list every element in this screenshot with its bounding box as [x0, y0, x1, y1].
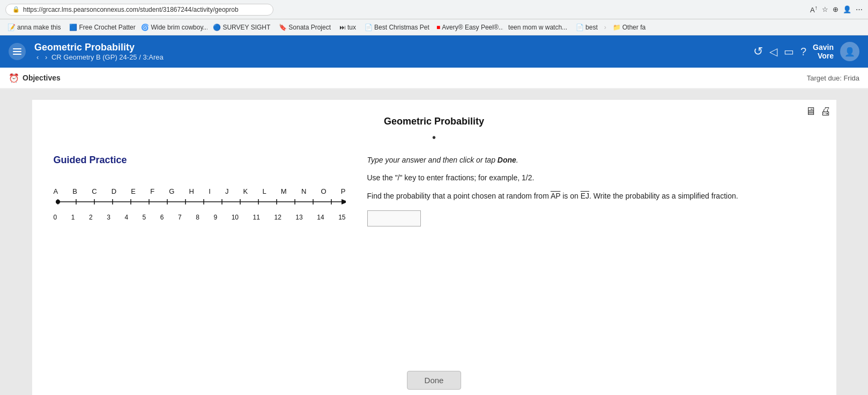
- bookmark-icon: 🟦: [69, 24, 77, 31]
- find-probability-text: Find the probability that a point chosen…: [367, 190, 815, 202]
- bookmark-label: tux: [347, 24, 356, 31]
- browser-bar: 🔒 https://grcacr.lms.pearsonconnexus.com…: [0, 0, 868, 19]
- bookmark-anna-make-this[interactable]: 📝 anna make this: [4, 23, 64, 32]
- browser-icon-more[interactable]: ⋯: [856, 5, 863, 13]
- bookmark-wide-brim[interactable]: 🌀 Wide brim cowboy...: [138, 23, 207, 32]
- num-2: 2: [89, 214, 93, 221]
- browser-icon-star[interactable]: ☆: [822, 5, 828, 13]
- label-C: C: [92, 187, 97, 195]
- bookmark-label: Free Crochet Patter...: [79, 24, 136, 31]
- notes-icon[interactable]: ▭: [784, 45, 794, 58]
- help-icon[interactable]: ?: [800, 46, 806, 58]
- two-col-layout: Guided Practice A B C D E F G H I J: [54, 155, 815, 248]
- label-H: H: [189, 187, 194, 195]
- bookmark-icon: ■: [436, 24, 440, 31]
- header-subtitle: ‹ › CR Geometry B (GP) 24-25 / 3:Area: [34, 53, 745, 61]
- bookmark-icon: 📄: [576, 24, 584, 31]
- bookmark-other[interactable]: 📁 Other fa: [610, 23, 649, 32]
- app-nav-icon: [9, 43, 26, 60]
- number-line-svg: [54, 196, 346, 213]
- answer-input[interactable]: [367, 210, 421, 226]
- label-J: J: [225, 187, 229, 195]
- svg-rect-2: [13, 54, 21, 55]
- label-I: I: [209, 187, 211, 195]
- main-content: 🖥 🖨 Geometric Probability • Guided Pract…: [0, 89, 868, 395]
- right-column: Type your answer and then click or tap D…: [367, 155, 815, 248]
- app-header: Geometric Probability ‹ › CR Geometry B …: [0, 35, 868, 68]
- label-K: K: [243, 187, 248, 195]
- user-avatar[interactable]: 👤: [840, 42, 859, 61]
- label-M: M: [281, 187, 287, 195]
- main-title: Geometric Probability: [34, 42, 745, 53]
- objectives-label: Objectives: [23, 74, 61, 82]
- bookmark-label: Wide brim cowboy...: [151, 24, 207, 31]
- num-4: 4: [124, 214, 128, 221]
- label-A: A: [54, 187, 58, 195]
- url-bar[interactable]: 🔒 https://grcacr.lms.pearsonconnexus.com…: [5, 4, 273, 16]
- content-icons: 🖥 🖨: [805, 105, 831, 118]
- forward-arrow[interactable]: ›: [45, 53, 47, 61]
- objectives-button[interactable]: ⏰ Objectives: [9, 73, 61, 83]
- bookmark-free-crochet[interactable]: 🟦 Free Crochet Patter...: [66, 23, 136, 32]
- label-N: N: [301, 187, 306, 195]
- bookmark-folder-icon: 📁: [613, 24, 621, 31]
- bookmark-icon: ⏭: [339, 24, 346, 31]
- refresh-icon[interactable]: ↺: [753, 45, 763, 58]
- done-button[interactable]: Done: [407, 371, 462, 390]
- num-13: 13: [295, 214, 302, 221]
- user-name: Gavin Vore: [813, 43, 834, 60]
- num-14: 14: [317, 214, 324, 221]
- bookmark-label: SURVEY SIGHT: [222, 24, 270, 31]
- bookmark-label: Sonata Project: [288, 24, 331, 31]
- bookmark-label: teen mom w watch...: [508, 24, 567, 31]
- print-icon[interactable]: 🖥: [805, 105, 816, 118]
- bookmark-christmas[interactable]: 📄 Best Christmas Pet |...: [361, 23, 431, 32]
- label-P: P: [341, 187, 346, 195]
- num-7: 7: [178, 214, 182, 221]
- browser-icon-user[interactable]: 👤: [843, 5, 851, 13]
- guided-practice-title: Guided Practice: [54, 155, 346, 166]
- number-line-container: A B C D E F G H I J K L M N O: [54, 182, 346, 237]
- svg-rect-0: [13, 48, 21, 49]
- bookmark-icon: 🔖: [279, 24, 287, 31]
- print2-icon[interactable]: 🖨: [820, 105, 831, 118]
- bookmark-teen-mom[interactable]: teen mom w watch...: [505, 23, 570, 32]
- browser-bar-right: A↑ ☆ ⊕ 👤 ⋯: [810, 4, 863, 14]
- send-icon[interactable]: ◁: [769, 45, 777, 58]
- title-block: Geometric Probability ‹ › CR Geometry B …: [34, 42, 745, 61]
- num-3: 3: [107, 214, 110, 221]
- num-11: 11: [253, 214, 260, 221]
- num-12: 12: [274, 214, 281, 221]
- num-15: 15: [338, 214, 345, 221]
- svg-rect-1: [13, 51, 21, 52]
- bookmark-icon: 🌀: [141, 24, 149, 31]
- lock-icon: 🔒: [12, 6, 20, 13]
- bookmark-label: Avery® Easy Peel®...: [442, 24, 503, 31]
- fraction-instruction: Use the "/" key to enter fractions; for …: [367, 172, 815, 184]
- dot-separator: •: [54, 131, 815, 144]
- bookmark-sonata[interactable]: 🔖 Sonata Project: [276, 23, 334, 32]
- back-arrow[interactable]: ‹: [36, 53, 39, 61]
- bookmark-icon: 📄: [365, 24, 373, 31]
- label-B: B: [72, 187, 77, 195]
- bookmark-label: Best Christmas Pet |...: [374, 24, 431, 31]
- bookmark-more[interactable]: ›: [604, 24, 606, 31]
- label-O: O: [321, 187, 326, 195]
- letter-labels: A B C D E F G H I J K L M N O: [54, 187, 346, 195]
- num-5: 5: [143, 214, 146, 221]
- bookmark-avery[interactable]: ■ Avery® Easy Peel®...: [433, 23, 503, 32]
- num-10: 10: [232, 214, 239, 221]
- instruction-text: Type your answer and then click or tap D…: [367, 155, 815, 166]
- num-9: 9: [213, 214, 217, 221]
- subtitle-text: CR Geometry B (GP) 24-25 / 3:Area: [51, 53, 164, 61]
- url-text: https://grcacr.lms.pearsonconnexus.com/s…: [23, 6, 239, 13]
- done-btn-container: Done: [407, 371, 462, 390]
- browser-icon-extra[interactable]: ⊕: [833, 5, 839, 13]
- num-8: 8: [196, 214, 199, 221]
- bookmark-survey-sight[interactable]: 🔵 SURVEY SIGHT: [210, 23, 273, 32]
- content-paper: 🖥 🖨 Geometric Probability • Guided Pract…: [32, 100, 836, 395]
- bookmark-best[interactable]: 📄 best: [573, 23, 601, 32]
- bookmark-tux[interactable]: ⏭ tux: [336, 23, 359, 32]
- num-1: 1: [71, 214, 75, 221]
- label-E: E: [131, 187, 136, 195]
